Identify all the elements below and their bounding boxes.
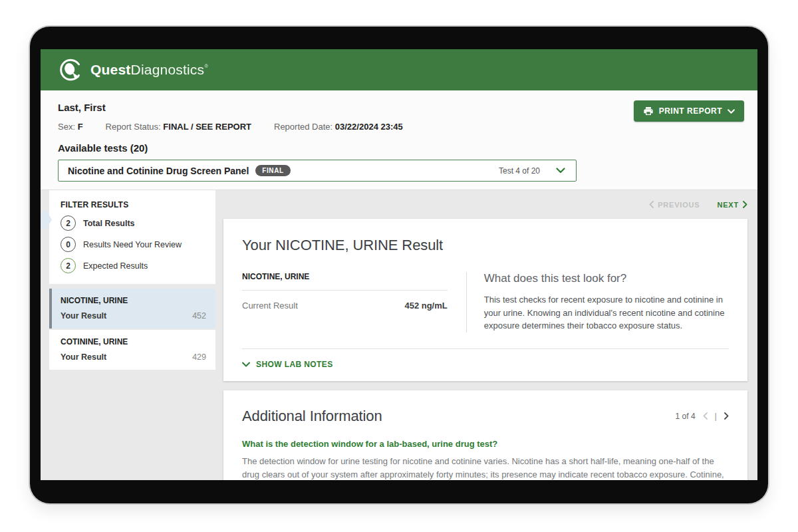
result-detail-card: Your NICOTINE, URINE Result NICOTINE, UR…: [223, 219, 747, 381]
filter-panel: FILTER RESULTS 2 Total Results 0 Results…: [49, 190, 215, 284]
sex-label: Sex:: [58, 122, 75, 132]
chevron-left-icon: [649, 201, 654, 208]
page: QuestDiagnostics® Last, First PRINT REPO…: [0, 0, 798, 532]
chevron-down-icon: [728, 109, 735, 114]
patient-meta-row: Sex: F Report Status: FINAL / SEE REPORT…: [58, 122, 757, 132]
info-answer: The detection window for urine testing f…: [242, 455, 729, 481]
result-columns: NICOTINE, URINE Current Result 452 ng/mL…: [242, 272, 729, 349]
print-report-label: PRINT REPORT: [659, 106, 722, 116]
main-content: PREVIOUS NEXT Your NICOTINE, URINE Resul…: [223, 190, 747, 480]
expected-results-count-badge: 2: [61, 258, 76, 273]
chevron-right-icon: [743, 201, 747, 208]
final-status-badge: FINAL: [255, 165, 290, 176]
result-values-column: NICOTINE, URINE Current Result 452 ng/mL: [242, 272, 466, 332]
current-result-value: 452 ng/mL: [404, 301, 447, 311]
result-list-item-nicotine[interactable]: NICOTINE, URINE Your Result 452: [49, 289, 215, 329]
report-status-field: Report Status: FINAL / SEE REPORT: [106, 122, 251, 132]
result-value: 429: [192, 352, 206, 362]
chevron-left-icon: [703, 412, 708, 420]
chevron-down-icon: [556, 168, 565, 174]
result-label: Your Result: [61, 352, 106, 362]
reported-date-field: Reported Date: 03/22/2024 23:45: [274, 122, 403, 132]
page-count: 1 of 4: [676, 412, 696, 421]
filter-expected-results[interactable]: 2 Expected Results: [61, 258, 206, 273]
filter-need-review[interactable]: 0 Results Need Your Review: [61, 237, 206, 252]
app-header: QuestDiagnostics®: [41, 49, 757, 90]
additional-info-card: Additional Information 1 of 4 |: [223, 390, 747, 481]
previous-label: PREVIOUS: [658, 201, 700, 209]
test-name-heading: NICOTINE, URINE: [242, 272, 448, 281]
result-label: Your Result: [61, 311, 106, 321]
filter-results-title: FILTER RESULTS: [61, 200, 206, 209]
report-status-value: FINAL / SEE REPORT: [163, 122, 251, 132]
show-lab-notes-label: SHOW LAB NOTES: [256, 360, 333, 369]
tablet-frame: QuestDiagnostics® Last, First PRINT REPO…: [30, 27, 768, 503]
info-previous-button[interactable]: [703, 412, 708, 420]
brand-name: QuestDiagnostics®: [90, 62, 208, 78]
next-label: NEXT: [717, 201, 739, 209]
patient-info-section: Last, First PRINT REPORT Sex: F Report S…: [41, 90, 757, 190]
filter-label: Results Need Your Review: [83, 240, 182, 249]
result-card-title: Your NICOTINE, URINE Result: [242, 237, 729, 254]
info-pagination: 1 of 4 |: [676, 411, 729, 421]
app-screen: QuestDiagnostics® Last, First PRINT REPO…: [41, 49, 757, 480]
chevron-down-icon: [242, 362, 250, 367]
brand-logo: QuestDiagnostics®: [58, 57, 208, 82]
sex-value: F: [78, 122, 83, 132]
brand-name-bold: Quest: [90, 62, 131, 77]
additional-info-header: Additional Information 1 of 4 |: [242, 408, 729, 425]
next-test-button[interactable]: NEXT: [717, 201, 747, 209]
result-value-row: Your Result 429: [61, 352, 206, 362]
report-status-label: Report Status:: [106, 122, 161, 132]
brand-name-light: Diagnostics: [131, 62, 205, 77]
chevron-right-icon: [724, 412, 729, 420]
reported-date-label: Reported Date:: [274, 122, 332, 132]
result-list-item-cotinine[interactable]: COTININE, URINE Your Result 429: [49, 330, 215, 370]
test-navigation: PREVIOUS NEXT: [223, 190, 747, 219]
reported-date-value: 03/22/2024 23:45: [335, 122, 403, 132]
current-result-row: Current Result 452 ng/mL: [242, 301, 448, 311]
filter-label: Expected Results: [83, 261, 148, 271]
results-body: FILTER RESULTS 2 Total Results 0 Results…: [41, 190, 757, 480]
need-review-count-badge: 0: [61, 237, 76, 252]
result-value: 452: [192, 311, 206, 321]
print-report-button[interactable]: PRINT REPORT: [634, 100, 744, 122]
test-position: Test 4 of 20: [499, 166, 540, 176]
trademark-symbol: ®: [204, 63, 208, 69]
divider: [242, 290, 448, 291]
test-description-column: What does this test look for? This test …: [466, 272, 729, 332]
selected-test-name: Nicotine and Cotinine Drug Screen Panel: [68, 166, 249, 176]
result-test-name: NICOTINE, URINE: [61, 296, 206, 305]
about-test-text: This test checks for recent exposure to …: [484, 293, 729, 332]
result-test-name: COTININE, URINE: [61, 337, 206, 346]
filter-label: Total Results: [83, 219, 135, 228]
info-next-button[interactable]: [724, 412, 729, 420]
test-selector-dropdown[interactable]: Nicotine and Cotinine Drug Screen Panel …: [58, 160, 577, 182]
info-question: What is the detection window for a lab-b…: [242, 439, 729, 449]
total-results-count-badge: 2: [61, 215, 76, 231]
results-sidebar: FILTER RESULTS 2 Total Results 0 Results…: [49, 190, 215, 480]
available-tests-label: Available tests (20): [58, 142, 757, 154]
quest-q-logo-icon: [58, 57, 83, 82]
filter-total-results[interactable]: 2 Total Results: [61, 215, 206, 231]
additional-info-title: Additional Information: [242, 408, 382, 425]
current-result-label: Current Result: [242, 301, 298, 311]
pagination-divider: |: [715, 411, 717, 421]
result-value-row: Your Result 452: [61, 311, 206, 321]
printer-icon: [643, 106, 654, 116]
about-test-heading: What does this test look for?: [484, 272, 729, 285]
sex-field: Sex: F: [58, 122, 83, 132]
previous-test-button[interactable]: PREVIOUS: [649, 201, 700, 209]
show-lab-notes-toggle[interactable]: SHOW LAB NOTES: [242, 360, 333, 369]
